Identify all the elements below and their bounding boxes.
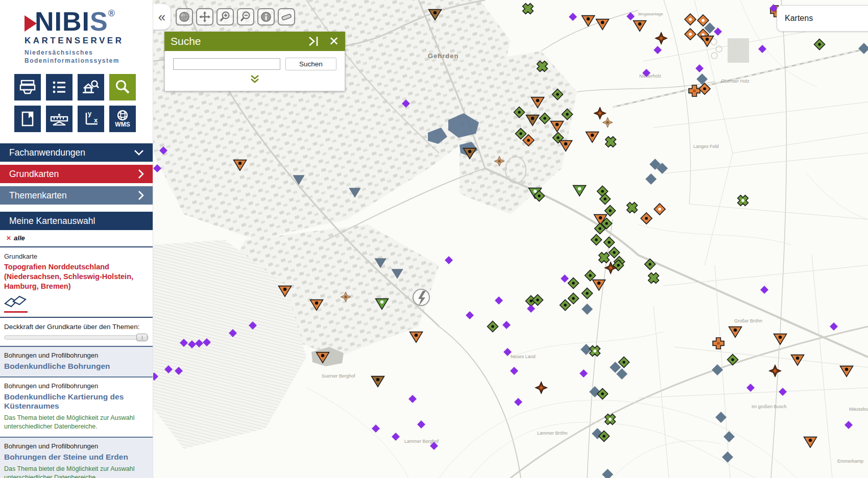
search-submit-button[interactable]: Suchen [285,58,336,70]
address-search-button[interactable] [78,74,104,100]
map-place-label: Oberster Holz [721,79,750,84]
theme-item-kartierung-kuestenraum[interactable]: Bohrungen und Profilbohrungen Bodenkundl… [0,378,153,438]
theme-description: Das Thema bietet die Möglichkeit zur Aus… [4,465,149,478]
opacity-section: Deckkraft der Grundkarte über den Themen… [0,318,153,347]
zoom-in-icon [219,11,231,23]
theme-description: Das Thema bietet die Möglichkeit zur Aus… [4,414,149,431]
menu-label: Fachanwendungen [9,147,85,158]
basemap-title-link[interactable]: Topografien Norddeutschland (Niedersachs… [4,262,149,291]
map-topright-button[interactable]: Kartens [777,5,868,32]
theme-item-steine-und-erden[interactable]: Bohrungen und Profilbohrungen Bohrungen … [0,438,153,478]
zoom-out-icon [239,11,252,23]
nibis-logo: NIBIS® KARTENSERVER Niedersächsisches Bo… [0,0,153,65]
basemap-category: Grundkarte [4,253,149,260]
map-place-label: Suerser Berghof [322,373,355,379]
search-panel-body: Suchen [164,51,345,91]
home-search-icon [82,78,100,96]
chevron-right-icon [137,190,144,201]
bookmark-button[interactable] [14,106,41,132]
map-topright-label: Kartens [785,14,813,23]
wms-globe-icon: WMS [112,109,133,129]
theme-title: Bodenkundliche Bohrungen [4,362,149,371]
toolbar-tile-grid: y x WMS [14,74,142,132]
dock-panel-button[interactable] [307,35,321,47]
map-place-label: Emmerkamp [837,459,863,464]
clear-all-row[interactable]: ✕ alle [0,230,153,247]
opacity-label: Deckkraft der Grundkarte über den Themen… [4,323,149,331]
menu-themenkarten[interactable]: Themenkarten [0,186,153,205]
theme-category: Bohrungen und Profilbohrungen [4,351,149,359]
map-place-label: Langes Feld [693,144,719,149]
expand-search-options-button[interactable] [173,70,336,88]
search-panel-title: Suche [171,35,307,47]
close-panel-button[interactable]: ✕ [329,35,339,47]
zoom-in-button[interactable] [216,8,234,26]
theme-category: Bohrungen und Profilbohrungen [4,382,149,390]
menu-meine-kartenauswahl[interactable]: Meine Kartenauswahl [0,212,153,230]
coordinates-button[interactable]: y x [78,106,104,132]
measure-icon [49,110,69,128]
zoom-out-button[interactable] [237,8,254,26]
search-icon [113,78,132,96]
wms-button[interactable]: WMS [109,106,136,132]
basemap-section: Grundkarte Topografien Norddeutschland (… [0,247,153,318]
sidebar-collapse-tab[interactable]: « [153,4,171,30]
clear-all-label: alle [14,234,25,242]
chevron-down-icon [133,149,144,156]
search-panel-header: Suche ✕ [164,32,345,51]
logo-brand: NIBIS® [35,8,115,35]
chevron-right-icon [137,168,144,180]
menu-fachanwendungen[interactable]: Fachanwendungen [0,143,153,162]
map-place-label: Mäuseburg [849,407,868,412]
info-button[interactable] [257,8,275,26]
main-menu: Fachanwendungen Grundkarten Themenkarten… [0,143,153,230]
double-chevron-down-icon [247,74,262,84]
search-panel: Suche ✕ Suchen [164,32,345,91]
pan-arrows-icon [199,11,210,22]
svg-text:WMS: WMS [115,121,130,128]
measure-button[interactable] [46,106,73,132]
xy-axes-icon: y x [82,110,100,128]
eraser-icon [280,11,293,23]
clear-all-x-icon: ✕ [6,235,11,242]
list-icon [51,79,68,96]
logo-kartenserver: KARTENSERVER [25,36,153,46]
collapse-chevrons-icon: « [158,9,165,25]
globe-icon [179,11,190,22]
opacity-slider-handle[interactable] [136,334,148,341]
power-station-symbol [413,289,429,306]
book-bookmark-icon [19,110,36,128]
printer-icon [19,79,36,96]
map-canvas[interactable]: GehrdenBiogasanlageNiederholzOberster Ho… [153,0,868,478]
map-place-label: Im großen Busch [752,404,787,409]
theme-item-bodenkundliche-bohrungen[interactable]: Bohrungen und Profilbohrungen Bodenkundl… [0,347,153,378]
pan-button[interactable] [196,8,213,26]
menu-label: Grundkarten [9,169,59,180]
legend-list-button[interactable] [46,74,73,100]
menu-grundkarten[interactable]: Grundkarten [0,165,153,183]
map-place-label: Gehrden [428,52,459,60]
svg-text:y: y [88,110,92,117]
menu-label: Themenkarten [9,190,67,201]
registered-mark: ® [108,8,115,18]
theme-title: Bodenkundliche Kartierung des Küstenraum… [4,392,149,411]
map-place-label: Niederholz [639,73,662,79]
sidebar: NIBIS® KARTENSERVER Niedersächsisches Bo… [0,0,153,478]
full-extent-button[interactable] [176,8,193,26]
map-place-label: Biogasanlage [638,12,663,16]
map-place-label: Neues Land [511,354,536,359]
erase-button[interactable] [278,8,295,26]
map-place-label: Großer Bröhn [734,318,762,323]
print-button[interactable] [14,74,41,100]
svg-text:x: x [94,116,98,124]
search-input[interactable] [173,58,280,70]
search-button-active[interactable] [109,74,136,100]
logo-tagline: Niedersächsisches Bodeninformationssyste… [25,48,153,65]
folded-map-icon [4,295,28,308]
basemap-map-icon[interactable] [4,295,28,313]
theme-category: Bohrungen und Profilbohrungen [4,442,149,450]
menu-label: Meine Kartenauswahl [9,216,95,227]
opacity-slider[interactable] [4,335,149,340]
dock-right-icon [307,35,321,47]
map-toolbar [176,8,298,26]
